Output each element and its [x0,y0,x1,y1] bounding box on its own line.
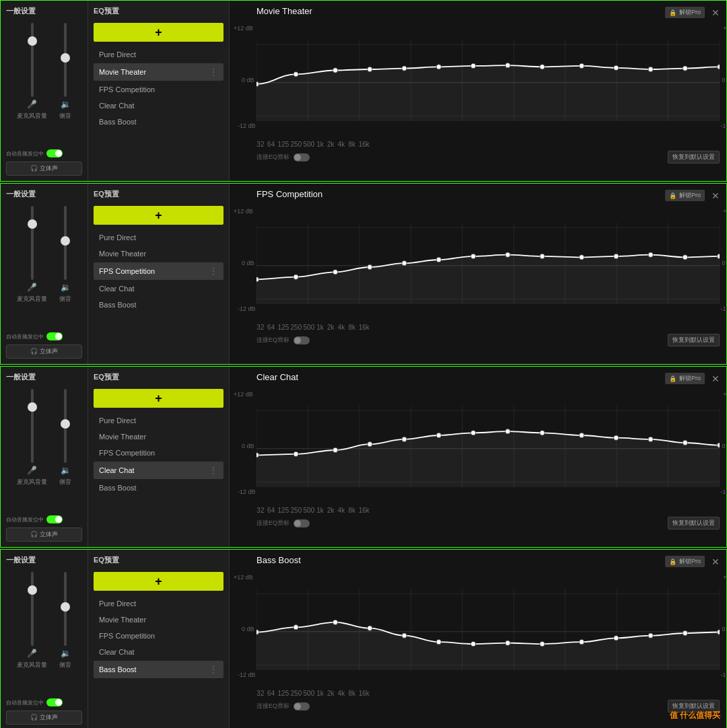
svg-point-44 [402,260,407,265]
svg-point-41 [293,275,298,279]
db-low-label-left: -12 dB [238,488,256,495]
headphone-button[interactable]: 🎧 立体声 [6,711,82,725]
freq-label: 250 [291,507,301,514]
freq-label: 64 [267,507,275,514]
link-eq-toggle[interactable] [293,702,310,711]
add-preset-button[interactable]: + [94,572,223,591]
eq-title: Clear Chat [256,372,298,382]
preset-item[interactable]: Movie Theater [94,246,223,261]
side-icon: 🔉 [61,283,71,292]
preset-item[interactable]: Movie Theater [94,612,223,627]
pro-badge[interactable]: 🔒 解锁Pro [665,190,705,201]
side-volume-slider[interactable] [64,572,67,646]
freq-label: 500 [304,507,314,514]
mic-volume-slider[interactable] [31,389,34,463]
link-eq-toggle[interactable] [293,336,310,344]
link-eq-container: 连接EQ滑标 [256,336,310,344]
freq-labels-row: 32641252505001k2k4k8k16k [256,690,369,697]
preset-item[interactable]: Movie Theater ⋮ [94,63,223,81]
preset-item[interactable]: FPS Competition [94,628,223,643]
svg-point-72 [436,433,441,437]
freq-label: 8k [348,690,356,697]
auto-toggle[interactable] [46,149,63,157]
close-button[interactable]: ✕ [712,7,720,18]
preset-label: FPS Competition [99,632,155,640]
preset-list: Pure Direct Movie Theater FPS Competitio… [94,596,223,678]
headphone-button[interactable]: 🎧 立体声 [6,527,82,542]
freq-label: 2k [326,690,335,697]
preset-menu-icon[interactable]: ⋮ [209,67,218,77]
mic-label: 麦克风音量 [17,661,47,669]
reset-button[interactable]: 恢复到默认设置 [668,517,720,530]
eq-header: Clear Chat 🔒 解锁Pro ✕ [256,372,720,385]
preset-item[interactable]: Pure Direct [94,230,223,245]
db-low-label-right: -12 dB [720,671,727,678]
close-button[interactable]: ✕ [712,190,720,201]
pro-badge[interactable]: 🔒 解锁Pro [665,373,705,384]
svg-point-101 [506,641,510,645]
headphone-button[interactable]: 🎧 立体声 [6,161,82,176]
preset-item[interactable]: Clear Chat [94,281,223,296]
eq-footer: 连接EQ滑标 恢复到默认设置 [256,700,720,713]
preset-item[interactable]: Movie Theater [94,429,223,444]
auto-toggle[interactable] [46,515,63,523]
side-volume-slider[interactable] [64,389,67,463]
svg-point-73 [471,431,475,435]
preset-item[interactable]: Bass Boost [94,114,223,129]
freq-label: 32 [256,507,265,514]
pro-badge[interactable]: 🔒 解锁Pro [665,7,705,18]
auto-label: 自动音频发位中 [6,150,44,157]
headphone-button[interactable]: 🎧 立体声 [6,344,82,359]
preset-item[interactable]: Pure Direct [94,47,223,62]
freq-label: 500 [304,141,314,148]
reset-button[interactable]: 恢复到默认设置 [668,334,720,347]
preset-item[interactable]: FPS Competition [94,445,223,460]
pro-badge[interactable]: 🔒 解锁Pro [665,556,705,567]
preset-item[interactable]: Clear Chat [94,645,223,659]
mic-volume-slider[interactable] [31,206,34,280]
preset-item[interactable]: FPS Competition [94,82,223,97]
db-zero-label-right: 0 dB [722,626,727,632]
preset-item[interactable]: Bass Boost [94,480,223,495]
preset-item[interactable]: Pure Direct [94,413,223,428]
preset-label: Pure Direct [99,50,136,59]
eq-footer: 连接EQ滑标 恢复到默认设置 [256,151,720,163]
preset-item[interactable]: Bass Boost ⋮ [94,661,223,678]
general-settings-title: 一般设置 [6,189,82,199]
preset-label: Movie Theater [99,616,146,624]
pro-label: 解锁Pro [679,557,701,566]
preset-menu-icon[interactable]: ⋮ [209,664,218,675]
side-volume-slider[interactable] [64,23,67,97]
mic-volume-slider[interactable] [31,572,34,646]
mic-volume-slider[interactable] [31,23,34,97]
preset-menu-icon[interactable]: ⋮ [209,465,218,476]
db-low-label-right: -12 dB [720,305,727,312]
preset-item[interactable]: Clear Chat ⋮ [94,462,223,479]
preset-item[interactable]: FPS Competition ⋮ [94,262,223,280]
lock-icon: 🔒 [669,375,677,382]
side-label: 侧音 [59,478,71,486]
add-preset-button[interactable]: + [94,389,223,408]
auto-toggle[interactable] [46,332,63,340]
link-eq-toggle[interactable] [293,153,310,161]
freq-label: 1k [316,324,324,331]
preset-label: FPS Competition [99,267,155,275]
side-volume-slider[interactable] [64,206,67,280]
db-low-label-left: -12 dB [238,305,256,312]
preset-item[interactable]: Pure Direct [94,596,223,611]
reset-button[interactable]: 恢复到默认设置 [668,151,720,163]
add-preset-button[interactable]: + [94,23,223,42]
auto-toggle[interactable] [46,698,63,706]
add-preset-button[interactable]: + [94,206,223,225]
close-button[interactable]: ✕ [712,556,720,567]
close-button[interactable]: ✕ [712,373,720,384]
preset-item[interactable]: Clear Chat [94,98,223,113]
db-zero-label-left: 0 dB [242,260,254,266]
preset-item[interactable]: Bass Boost [94,297,223,312]
preset-menu-icon[interactable]: ⋮ [209,266,218,277]
link-eq-toggle[interactable] [293,519,310,527]
side-label: 侧音 [59,295,71,303]
link-eq-label: 连接EQ滑标 [256,336,289,344]
graph-area: +12 dB 0 dB -12 dB +12 dB 0 dB -12 dB [256,205,720,322]
svg-point-15 [333,68,337,73]
